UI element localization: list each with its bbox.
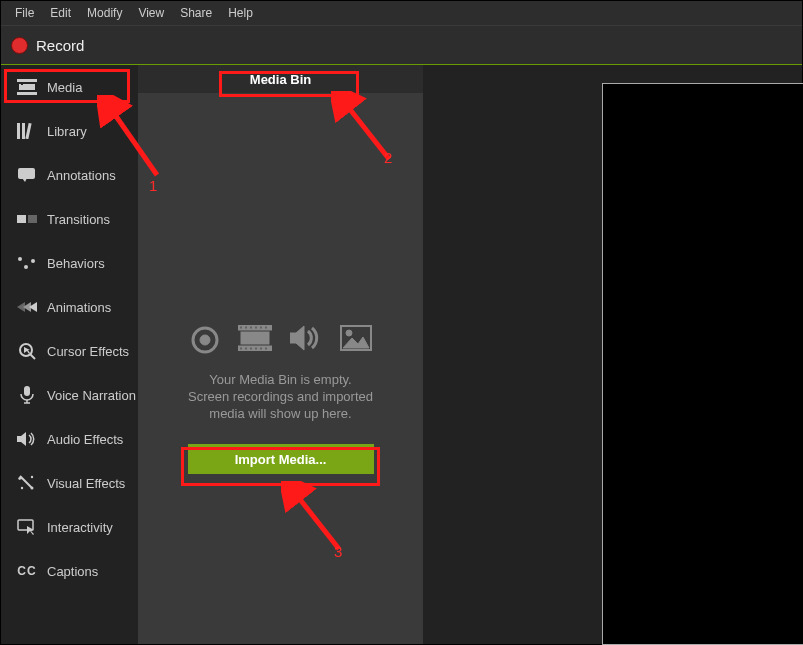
svg-point-29 <box>21 487 23 489</box>
behaviors-icon <box>15 253 39 273</box>
svg-rect-48 <box>265 347 267 350</box>
sidebar-item-label: Voice Narration <box>47 388 136 403</box>
svg-rect-7 <box>25 123 31 139</box>
svg-point-51 <box>346 330 352 336</box>
sidebar-item-behaviors[interactable]: Behaviors <box>1 241 138 285</box>
svg-line-19 <box>30 354 35 359</box>
audio-type-icon <box>290 325 322 351</box>
svg-point-28 <box>31 476 33 478</box>
cc-icon: CC <box>15 561 39 581</box>
sidebar-item-label: Media <box>47 80 82 95</box>
svg-rect-44 <box>245 347 247 350</box>
sidebar-item-interactivity[interactable]: Interactivity <box>1 505 138 549</box>
sidebar-item-label: Library <box>47 124 87 139</box>
menu-modify[interactable]: Modify <box>79 1 130 25</box>
mic-icon <box>15 385 39 405</box>
svg-rect-47 <box>260 347 262 350</box>
svg-marker-20 <box>24 347 30 354</box>
svg-rect-5 <box>17 123 20 139</box>
svg-rect-40 <box>255 326 257 329</box>
annotations-icon <box>15 165 39 185</box>
record-bar: Record <box>1 26 802 64</box>
media-type-icons <box>138 325 423 355</box>
svg-rect-39 <box>250 326 252 329</box>
audio-icon <box>15 429 39 449</box>
sidebar-item-label: Captions <box>47 564 98 579</box>
sidebar-item-label: Cursor Effects <box>47 344 129 359</box>
svg-rect-38 <box>245 326 247 329</box>
sidebar: Media Library Annotations Transitions <box>1 65 138 644</box>
sidebar-item-label: Behaviors <box>47 256 105 271</box>
svg-rect-4 <box>21 84 23 86</box>
svg-rect-6 <box>22 123 25 139</box>
video-type-icon <box>238 325 272 351</box>
svg-rect-11 <box>28 215 37 223</box>
media-bin-title: Media Bin <box>250 72 311 87</box>
svg-rect-21 <box>24 386 30 396</box>
svg-rect-3 <box>17 84 19 86</box>
svg-rect-1 <box>17 92 37 95</box>
empty-text-line: Screen recordings and imported <box>138 388 423 405</box>
sidebar-item-animations[interactable]: Animations <box>1 285 138 329</box>
empty-text-line: media will show up here. <box>138 405 423 422</box>
sidebar-item-audio[interactable]: Audio Effects <box>1 417 138 461</box>
svg-point-12 <box>18 257 22 261</box>
sidebar-item-captions[interactable]: CC Captions <box>1 549 138 593</box>
sidebar-item-media[interactable]: Media <box>1 65 138 109</box>
svg-rect-45 <box>250 347 252 350</box>
sidebar-item-library[interactable]: Library <box>1 109 138 153</box>
visual-icon <box>15 473 39 493</box>
svg-rect-41 <box>260 326 262 329</box>
sidebar-item-voice[interactable]: Voice Narration <box>1 373 138 417</box>
svg-rect-43 <box>240 347 242 350</box>
media-icon <box>15 77 39 97</box>
preview-canvas <box>602 83 803 645</box>
svg-marker-24 <box>17 432 26 446</box>
sidebar-item-label: Interactivity <box>47 520 113 535</box>
svg-line-25 <box>20 476 32 488</box>
svg-marker-49 <box>290 326 304 350</box>
svg-rect-36 <box>241 332 269 344</box>
media-bin-header: Media Bin <box>138 65 423 93</box>
media-bin-panel: Media Bin Your Media Bin is empty. Scree… <box>138 65 423 644</box>
svg-point-26 <box>31 487 34 490</box>
svg-point-13 <box>24 265 28 269</box>
image-type-icon <box>340 325 372 351</box>
svg-point-14 <box>31 259 35 263</box>
menu-bar: File Edit Modify View Share Help <box>1 1 802 26</box>
sidebar-item-label: Audio Effects <box>47 432 123 447</box>
sidebar-item-transitions[interactable]: Transitions <box>1 197 138 241</box>
menu-share[interactable]: Share <box>172 1 220 25</box>
library-icon <box>15 121 39 141</box>
record-label[interactable]: Record <box>36 37 84 54</box>
menu-help[interactable]: Help <box>220 1 261 25</box>
svg-marker-9 <box>22 178 27 182</box>
sidebar-item-label: Animations <box>47 300 111 315</box>
svg-rect-0 <box>17 79 37 82</box>
sidebar-item-cursor[interactable]: Cursor Effects <box>1 329 138 373</box>
animations-icon <box>15 297 39 317</box>
sidebar-item-label: Transitions <box>47 212 110 227</box>
empty-text-line: Your Media Bin is empty. <box>138 371 423 388</box>
import-media-label: Import Media... <box>235 452 327 467</box>
svg-rect-42 <box>265 326 267 329</box>
interact-icon <box>15 517 39 537</box>
import-media-button[interactable]: Import Media... <box>188 444 374 474</box>
svg-rect-10 <box>17 215 26 223</box>
record-type-icon <box>190 325 220 355</box>
menu-view[interactable]: View <box>130 1 172 25</box>
cursor-icon <box>15 341 39 361</box>
svg-rect-46 <box>255 347 257 350</box>
sidebar-item-visual[interactable]: Visual Effects <box>1 461 138 505</box>
sidebar-item-annotations[interactable]: Annotations <box>1 153 138 197</box>
transitions-icon <box>15 209 39 229</box>
menu-edit[interactable]: Edit <box>42 1 79 25</box>
menu-file[interactable]: File <box>7 1 42 25</box>
sidebar-item-label: Visual Effects <box>47 476 125 491</box>
svg-point-33 <box>200 335 210 345</box>
svg-rect-8 <box>18 168 35 179</box>
sidebar-item-label: Annotations <box>47 168 116 183</box>
record-icon[interactable] <box>11 37 28 54</box>
svg-rect-37 <box>240 326 242 329</box>
svg-marker-52 <box>343 337 369 348</box>
